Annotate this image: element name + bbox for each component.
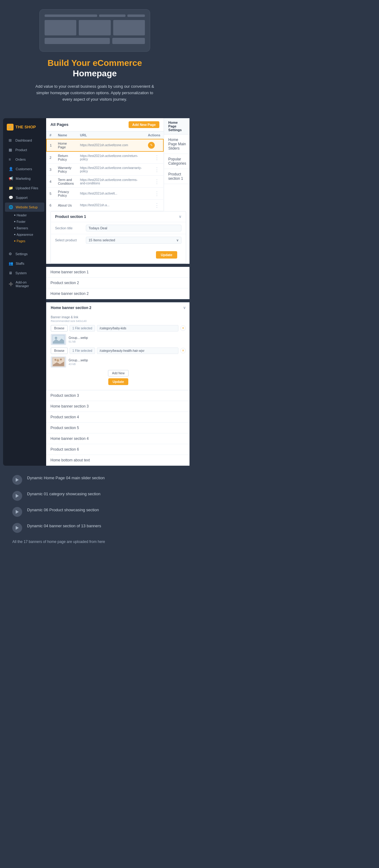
sidebar-sub-header[interactable]: Header — [10, 212, 46, 219]
mockup-bar — [44, 14, 145, 17]
sidebar-item-label: Customers — [16, 167, 32, 171]
sidebar-item-website-setup[interactable]: 🌐 Website Setup — [5, 203, 44, 212]
svg-point-6 — [57, 359, 59, 362]
cell-url: https://test2021sh.activeltzone.com/term… — [77, 176, 145, 187]
chevron-down-icon: ∨ — [183, 306, 186, 310]
sidebar-logo-text: THE SHOP — [15, 125, 36, 129]
browse-button-1[interactable]: Browse — [51, 325, 68, 332]
mockup-block — [113, 20, 145, 35]
product-section1-header: Product section 1 ∨ — [51, 212, 186, 222]
update-banner-button[interactable]: Update — [108, 378, 128, 385]
sidebar-sub-appearence[interactable]: Appearence — [10, 231, 46, 238]
feature-item-1: Dynamic Home Page 04 main slider section — [12, 475, 177, 485]
sidebar-item-system[interactable]: 🖥 System — [5, 269, 44, 278]
browse-button-2[interactable]: Browse — [51, 347, 68, 354]
table-row[interactable]: 6 About Us https://test2021sh.a... ⋮ — [46, 199, 163, 211]
sidebar: 🛒 THE SHOP ⊞ Dashboard ▦ Product ≡ Order… — [3, 118, 46, 466]
section-item-product5[interactable]: Product section 5 — [46, 423, 189, 433]
add-new-page-button[interactable]: Add New Page — [129, 121, 159, 128]
dashboard-icon: ⊞ — [9, 138, 13, 143]
select-product-value[interactable]: 15 Items selected ∨ — [86, 237, 182, 244]
sidebar-item-orders[interactable]: ≡ Orders — [5, 155, 44, 164]
marketing-icon: 📢 — [9, 176, 13, 181]
cell-url: https://test2021sh.a... — [77, 199, 145, 211]
sidebar-item-addon-manager[interactable]: ➕ Add-on Manager — [5, 278, 44, 290]
hero-section: Build Your eCommerce Homepage Add value … — [0, 0, 189, 118]
thumbnail-row-1: Group....webp 51 kB — [51, 334, 186, 345]
thumb-size-1: 51 kB — [69, 340, 88, 343]
mockup-content-row — [44, 38, 145, 44]
feature-item-2: Dynamic 01 category showcasing section — [12, 491, 177, 501]
sidebar-item-settings[interactable]: ⚙ Settings — [5, 249, 44, 258]
settings-right-panel: Home Page Settings Home Page Main Slider… — [164, 118, 189, 211]
sidebar-item-support[interactable]: 💬 Support — [5, 193, 44, 202]
table-row[interactable]: 1 Home Page https://test2021sh.activeltz… — [46, 139, 163, 151]
feature-icon-3 — [12, 507, 22, 517]
settings-item-categories[interactable]: Popular Categories — [164, 154, 189, 169]
section-item-product6[interactable]: Product section 6 — [46, 444, 189, 455]
addon-icon: ➕ — [9, 282, 13, 286]
section-item-home-banner-4[interactable]: Home banner section 4 — [46, 433, 189, 444]
cell-name: Privacy Policy — [55, 187, 77, 199]
table-row[interactable]: 4 Term and Conditions https://test2021sh… — [46, 176, 163, 187]
sidebar-item-label: Marketing — [16, 177, 30, 180]
section-item-home-banner-3[interactable]: Home banner section 3 — [46, 401, 189, 412]
cell-actions: ⋮ — [145, 199, 163, 211]
table-row[interactable]: 2 Return Policy https://test2021sh.activ… — [46, 151, 163, 164]
remove-button-2[interactable]: × — [180, 348, 186, 353]
sidebar-item-product[interactable]: ▦ Product — [5, 145, 44, 155]
sidebar-sub-banners[interactable]: Banners — [10, 225, 46, 231]
cell-actions: ✎ — [145, 139, 163, 151]
product-section1-update-button[interactable]: Update — [156, 251, 177, 258]
sidebar-item-customers[interactable]: 👤 Customers — [5, 164, 44, 174]
cell-name: Return Policy — [55, 151, 77, 164]
settings-item-product1[interactable]: Product section 1 — [164, 169, 189, 184]
sidebar-sub-pages[interactable]: Pages — [10, 238, 46, 244]
pages-title: All Pages — [51, 122, 69, 127]
section-item-home-banner-2[interactable]: Home banner section 2 — [46, 288, 189, 299]
settings-icon: ⚙ — [9, 252, 13, 256]
section-item-product2[interactable]: Product section 2 — [46, 278, 189, 288]
cell-url: https://test2021sh.activeltzone.com/warr… — [77, 163, 145, 176]
sidebar-logo: 🛒 THE SHOP — [3, 121, 46, 135]
settings-item-sliders[interactable]: Home Page Main Sliders — [164, 134, 189, 154]
remove-button-1[interactable]: × — [180, 326, 186, 331]
sidebar-item-label: Dashboard — [15, 138, 32, 142]
play-icon-2 — [16, 494, 19, 498]
thumbnail-2 — [51, 356, 66, 368]
file-path-1[interactable]: /category/baby-kids — [97, 325, 179, 332]
section-item-home-bottom-about[interactable]: Home bottom about text — [46, 455, 189, 466]
table-row[interactable]: 3 Warranty Policy https://test2021sh.act… — [46, 163, 163, 176]
banner-field-label: Banner image & link — [51, 315, 186, 319]
banner-file-row-2: Browse 1 File selected /category/beauty-… — [51, 347, 186, 354]
website-setup-icon: 🌐 — [9, 205, 13, 209]
cell-actions: ⋮ — [145, 151, 163, 164]
cell-actions: ⋮ — [145, 163, 163, 176]
sidebar-item-uploaded-files[interactable]: 📁 Uploaded Files — [5, 183, 44, 193]
sidebar-sub-footer[interactable]: Footer — [10, 219, 46, 225]
section-item-product4[interactable]: Product section 4 — [46, 412, 189, 423]
svg-point-7 — [60, 359, 62, 361]
orders-icon: ≡ — [9, 157, 13, 162]
sidebar-item-dashboard[interactable]: ⊞ Dashboard — [5, 136, 44, 145]
section-item-home-banner-1[interactable]: Home banner section 1 — [46, 267, 189, 278]
edit-button[interactable]: ✎ — [148, 142, 155, 149]
file-path-2[interactable]: /category/beauty-health-hair-wjxr — [97, 347, 179, 354]
feature-icon-1 — [12, 475, 22, 485]
section-title-field: Section title Todays Deal — [51, 222, 186, 234]
thumb-label-1: Group....webp — [69, 336, 88, 340]
product-icon: ▦ — [9, 148, 13, 152]
add-new-row: Add New Update — [51, 370, 186, 385]
sidebar-item-staffs[interactable]: 👥 Staffs — [5, 259, 44, 268]
section-item-product3[interactable]: Product section 3 — [46, 390, 189, 401]
thumb-label-2: Group....webp — [69, 359, 88, 362]
section-title-value[interactable]: Todays Deal — [86, 225, 182, 231]
sidebar-item-label: Add-on Manager — [16, 280, 41, 288]
table-row[interactable]: 5 Privacy Policy https://test2021sh.acti… — [46, 187, 163, 199]
col-actions: Actions — [145, 131, 163, 139]
thumb-info-1: Group....webp 51 kB — [69, 336, 88, 343]
play-icon-3 — [16, 510, 19, 514]
sidebar-item-marketing[interactable]: 📢 Marketing — [5, 174, 44, 183]
files-icon: 📁 — [9, 186, 13, 190]
add-new-button[interactable]: Add New — [108, 370, 129, 376]
